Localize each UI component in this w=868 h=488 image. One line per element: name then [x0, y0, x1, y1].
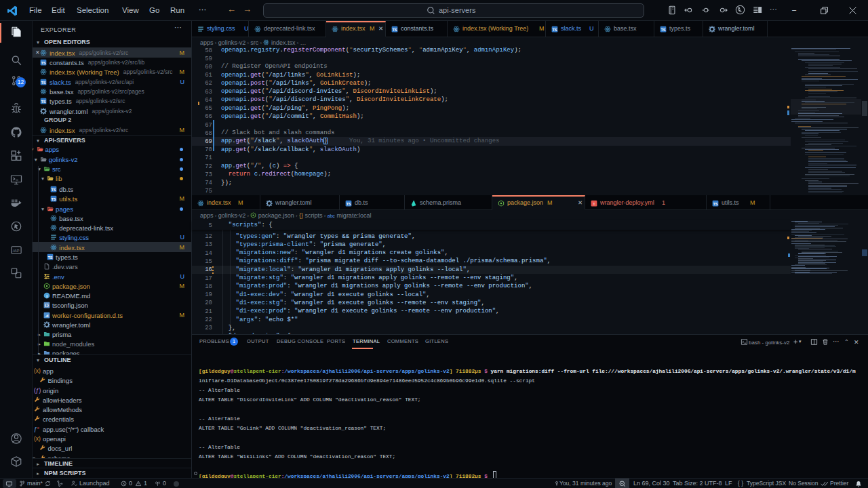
svg-text:/AP: /AP: [13, 249, 20, 253]
